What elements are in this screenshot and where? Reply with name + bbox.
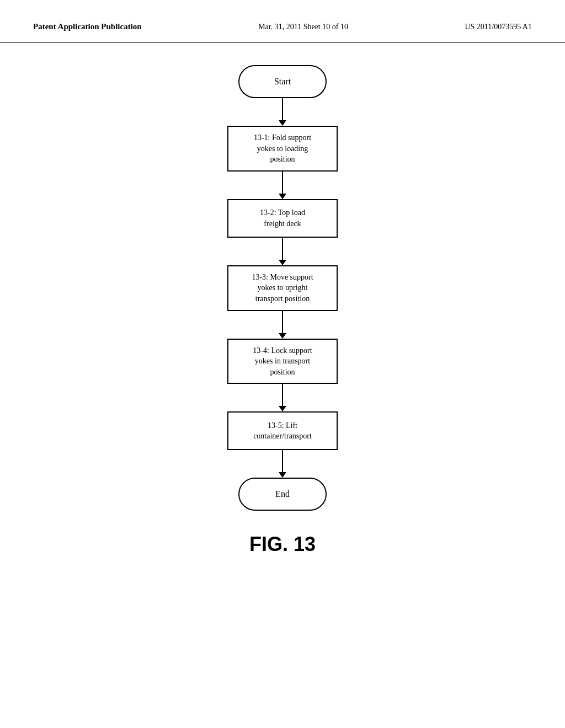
process-label-1: 13-1: Fold supportyokes to loadingpositi…: [254, 132, 311, 165]
arrow-line-5: [282, 384, 283, 406]
process-label-2: 13-2: Top loadfreight deck: [260, 207, 305, 229]
arrow-line-2: [282, 172, 283, 194]
diagram-container: Start 13-1: Fold supportyokes to loading…: [0, 43, 565, 556]
arrow-3: [279, 238, 286, 265]
arrow-head-3: [279, 260, 286, 265]
header-patent-number: US 2011/0073595 A1: [465, 23, 532, 31]
arrow-line-6: [282, 450, 283, 472]
arrow-head-4: [279, 333, 286, 339]
figure-label: FIG. 13: [249, 533, 316, 556]
arrow-6: [279, 450, 286, 478]
arrow-2: [279, 172, 286, 199]
arrow-head-6: [279, 472, 286, 478]
arrow-1: [279, 98, 286, 126]
arrow-head-5: [279, 406, 286, 411]
arrow-line-1: [282, 98, 283, 120]
process-node-3: 13-3: Move supportyokes to uprighttransp…: [227, 265, 338, 311]
start-label: Start: [274, 77, 291, 87]
arrow-head-1: [279, 120, 286, 126]
flowchart: Start 13-1: Fold supportyokes to loading…: [227, 65, 338, 511]
process-label-5: 13-5: Liftcontainer/transport: [253, 420, 312, 442]
process-node-4: 13-4: Lock supportyokes in transportposi…: [227, 339, 338, 384]
header-date-sheet: Mar. 31, 2011 Sheet 10 of 10: [258, 23, 348, 31]
arrow-head-2: [279, 194, 286, 199]
page-header: Patent Application Publication Mar. 31, …: [0, 0, 565, 43]
arrow-4: [279, 311, 286, 339]
end-label: End: [275, 489, 290, 499]
process-node-2: 13-2: Top loadfreight deck: [227, 199, 338, 238]
process-node-5: 13-5: Liftcontainer/transport: [227, 411, 338, 450]
arrow-line-3: [282, 238, 283, 260]
end-node: End: [238, 478, 327, 511]
start-node: Start: [238, 65, 327, 98]
arrow-5: [279, 384, 286, 411]
process-label-3: 13-3: Move supportyokes to uprighttransp…: [252, 272, 313, 304]
header-publication-type: Patent Application Publication: [33, 22, 142, 31]
process-node-1: 13-1: Fold supportyokes to loadingpositi…: [227, 126, 338, 172]
arrow-line-4: [282, 311, 283, 333]
page: Patent Application Publication Mar. 31, …: [0, 0, 565, 728]
process-label-4: 13-4: Lock supportyokes in transportposi…: [253, 345, 312, 378]
